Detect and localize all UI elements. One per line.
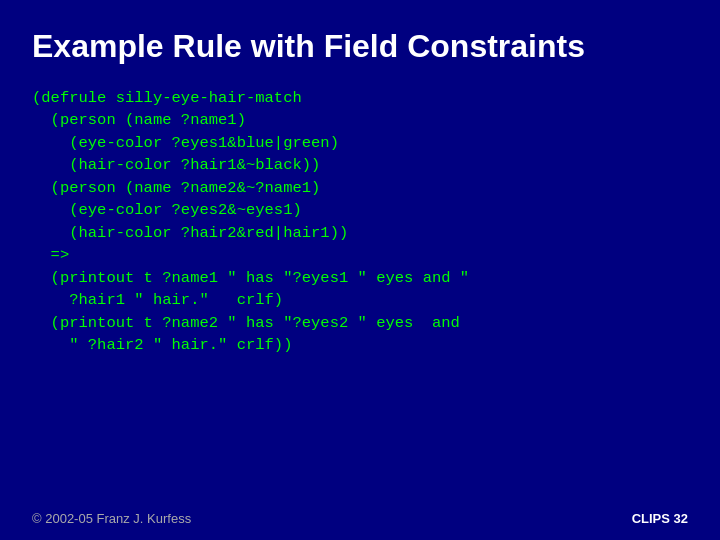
code-block: (defrule silly-eye-hair-match (person (n… (32, 87, 688, 357)
slide: Example Rule with Field Constraints (def… (0, 0, 720, 540)
slide-title: Example Rule with Field Constraints (32, 28, 688, 65)
footer-copyright: © 2002-05 Franz J. Kurfess (32, 511, 191, 526)
footer: © 2002-05 Franz J. Kurfess CLIPS 32 (32, 511, 688, 526)
footer-page: CLIPS 32 (632, 511, 688, 526)
